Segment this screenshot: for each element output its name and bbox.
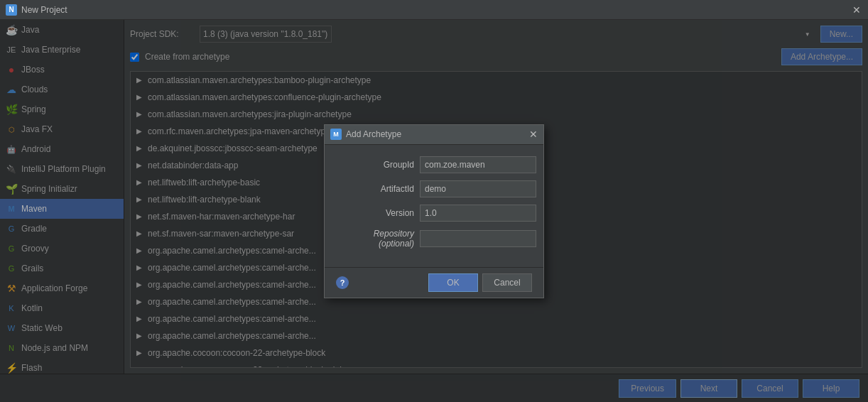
help-icon[interactable]: ? [336, 276, 349, 289]
add-archetype-modal: M Add Archetype ✕ GroupId ArtifactId Ver… [324, 124, 544, 298]
modal-footer: ? OK Cancel [325, 267, 543, 298]
artifactid-input[interactable] [420, 180, 536, 197]
version-row: Version [336, 205, 532, 222]
repository-row: Repository (optional) [336, 229, 532, 249]
modal-ok-button[interactable]: OK [428, 273, 478, 292]
modal-title: Add Archetype [346, 129, 401, 139]
modal-title-content: M Add Archetype [330, 129, 401, 140]
artifactid-row: ArtifactId [336, 180, 532, 197]
modal-cancel-button[interactable]: Cancel [482, 273, 532, 292]
version-input[interactable] [420, 205, 536, 222]
modal-close-button[interactable]: ✕ [529, 129, 538, 140]
groupid-row: GroupId [336, 156, 532, 173]
modal-help-area: ? [336, 276, 424, 289]
groupid-input[interactable] [420, 156, 536, 173]
modal-title-bar: M Add Archetype ✕ [325, 125, 543, 145]
groupid-label: GroupId [336, 160, 414, 170]
modal-app-icon: M [330, 129, 342, 140]
version-label: Version [336, 208, 414, 218]
artifactid-label: ArtifactId [336, 184, 414, 194]
close-button[interactable]: ✕ [851, 4, 862, 16]
repository-input[interactable] [420, 230, 536, 247]
title-bar: N New Project ✕ [0, 0, 868, 20]
modal-body: GroupId ArtifactId Version Repository (o… [325, 145, 543, 267]
modal-overlay: M Add Archetype ✕ GroupId ArtifactId Ver… [0, 20, 868, 402]
app-icon: N [6, 4, 17, 16]
window-title: New Project [21, 5, 851, 15]
window-controls: ✕ [851, 4, 862, 16]
repository-label: Repository (optional) [336, 229, 414, 249]
